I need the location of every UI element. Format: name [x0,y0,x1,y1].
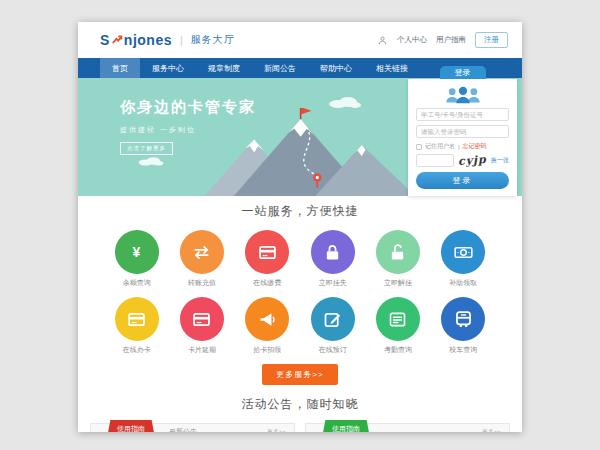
lock-icon [311,230,355,274]
personal-center-link[interactable]: 个人中心 [397,35,427,45]
service-item-0[interactable]: ¥余额查询 [104,230,169,288]
forgot-password-link[interactable]: 忘记密码 [463,142,487,151]
captcha-row: cyjp 换一张 [416,154,509,167]
top-header: S njones | 服务大厅 个人中心 用户指南 注册 [78,22,522,58]
hero-text: 你身边的卡管专家 提供捷径 一步到位 点击了解更多 [120,98,256,155]
more-link-right[interactable]: 更多>> [482,428,501,433]
service-label: 拾卡招领 [253,345,281,355]
announcements-section: 活动公告，随时知晓 使用指南 最新公告 更多>> 使用指南 更多>> [78,385,522,432]
header-links: 个人中心 用户指南 注册 [377,32,508,48]
nav-item-1[interactable]: 服务中心 [140,58,196,78]
viewport: S njones | 服务大厅 个人中心 用户指南 注册 首页服务中心规章制度新… [0,0,600,450]
username-input[interactable] [416,108,509,121]
captcha-image: cyjp [458,153,488,168]
guide-tab-green[interactable]: 使用指南 [322,420,370,432]
service-label: 补助领取 [449,278,477,288]
services-section: 一站服务，方便快捷 ¥余额查询转账充值在线缴费立即挂失立即解挂补助领取在线办卡卡… [78,196,522,385]
announcement-panel-right: 使用指南 更多>> [305,423,510,432]
remember-label: 记住用户名 [425,142,455,151]
service-label: 校车查询 [449,345,477,355]
users-icon [443,85,483,105]
service-label: 考勤查询 [384,345,412,355]
card-icon [180,297,224,341]
service-item-10[interactable]: 考勤查询 [365,297,430,355]
service-label: 在线办卡 [123,345,151,355]
service-item-9[interactable]: 在线预订 [300,297,365,355]
banknote-icon [441,230,485,274]
nav-item-0[interactable]: 首页 [100,58,140,78]
service-item-11[interactable]: 校车查询 [431,297,496,355]
service-item-8[interactable]: 拾卡招领 [235,297,300,355]
latest-news-tab[interactable]: 最新公告 [169,427,197,432]
bus-icon [441,297,485,341]
nav-item-3[interactable]: 新闻公告 [252,58,308,78]
remember-checkbox[interactable] [416,144,422,150]
announcement-panel-left: 使用指南 最新公告 更多>> [90,423,295,432]
service-item-2[interactable]: 在线缴费 [235,230,300,288]
cloud-icon [328,96,362,108]
nav-item-4[interactable]: 帮助中心 [308,58,364,78]
transfer-icon [180,230,224,274]
service-item-5[interactable]: 补助领取 [431,230,496,288]
svg-text:¥: ¥ [133,244,141,260]
yuan-icon: ¥ [115,230,159,274]
services-grid: ¥余额查询转账充值在线缴费立即挂失立即解挂补助领取在线办卡卡片延期拾卡招领在线预… [78,220,522,355]
cloud-icon [138,156,164,166]
nav-item-5[interactable]: 相关链接 [364,58,420,78]
password-input[interactable] [416,125,509,138]
service-label: 卡片延期 [188,345,216,355]
login-options-row: 记住用户名 | 忘记密码 [416,142,509,151]
logo-product-name: 服务大厅 [191,33,235,47]
service-label: 转账充值 [188,278,216,288]
captcha-input[interactable] [416,154,454,167]
page: S njones | 服务大厅 个人中心 用户指南 注册 首页服务中心规章制度新… [78,22,522,432]
service-label: 在线预订 [319,345,347,355]
captcha-refresh-link[interactable]: 换一张 [491,156,509,165]
service-label: 立即解挂 [384,278,412,288]
service-item-1[interactable]: 转账充值 [169,230,234,288]
announcement-bars: 使用指南 最新公告 更多>> 使用指南 更多>> [78,423,522,432]
logo: S njones | 服务大厅 [100,32,235,48]
services-title: 一站服务，方便快捷 [78,203,522,220]
service-item-7[interactable]: 卡片延期 [169,297,234,355]
more-link-left[interactable]: 更多>> [267,428,286,433]
login-panel: 登录 记住用户名 | 忘记密码 cyjp 换一张 登录 [408,79,517,196]
hero-subtitle: 提供捷径 一步到位 [120,125,256,135]
service-item-4[interactable]: 立即解挂 [365,230,430,288]
logo-text-s: S [100,32,110,48]
card-icon [245,230,289,274]
service-label: 余额查询 [123,278,151,288]
megaphone-icon [245,297,289,341]
more-services-button[interactable]: 更多服务>> [262,364,337,385]
service-label: 立即挂失 [319,278,347,288]
announcements-title: 活动公告，随时知晓 [78,396,522,413]
user-guide-link[interactable]: 用户指南 [436,35,466,45]
service-item-6[interactable]: 在线办卡 [104,297,169,355]
login-tab[interactable]: 登录 [440,66,486,79]
service-item-3[interactable]: 立即挂失 [300,230,365,288]
nav-item-2[interactable]: 规章制度 [196,58,252,78]
login-button[interactable]: 登录 [416,172,509,189]
logo-arrow-icon [111,34,123,46]
person-icon [377,35,388,46]
hero-cta-button[interactable]: 点击了解更多 [120,142,173,155]
logo-divider: | [180,34,183,46]
hero-title: 你身边的卡管专家 [120,98,256,117]
unlock-icon [376,230,420,274]
list-icon [376,297,420,341]
card-icon [115,297,159,341]
guide-tab-red[interactable]: 使用指南 [107,420,155,432]
logo-text-njones: njones [124,32,172,48]
options-divider: | [458,144,460,150]
register-button[interactable]: 注册 [475,32,508,48]
edit-icon [311,297,355,341]
service-label: 在线缴费 [253,278,281,288]
